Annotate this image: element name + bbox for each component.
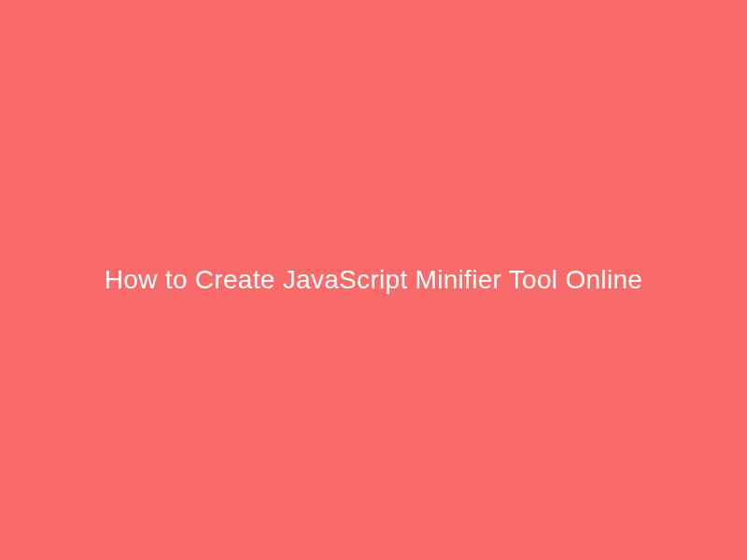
page-title: How to Create JavaScript Minifier Tool O…	[105, 265, 642, 295]
